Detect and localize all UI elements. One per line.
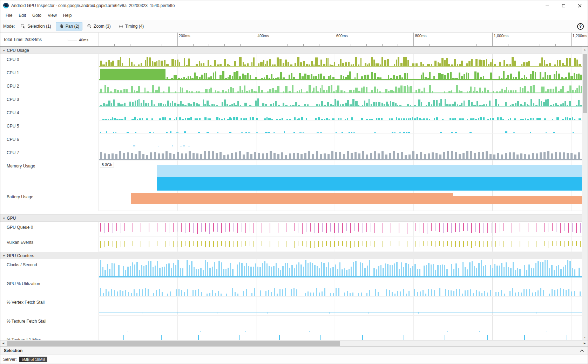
ruler-minor-tick bbox=[398, 44, 398, 46]
track-row: CPU 5 bbox=[0, 121, 588, 134]
timing-mode-button[interactable]: Timing (4) bbox=[115, 22, 147, 30]
track-chart[interactable] bbox=[99, 121, 588, 134]
track-label: Battery Usage bbox=[0, 191, 99, 211]
ruler-major-tick bbox=[335, 33, 335, 46]
track-row: CPU 4 bbox=[0, 107, 588, 121]
ruler-minor-tick bbox=[272, 44, 272, 46]
close-button[interactable] bbox=[572, 0, 588, 11]
track-label: % Vertex Fetch Stall bbox=[0, 297, 99, 316]
track-chart[interactable] bbox=[99, 297, 588, 316]
menu-edit[interactable]: Edit bbox=[15, 13, 29, 18]
menu-goto[interactable]: Goto bbox=[29, 13, 45, 18]
ruler-minor-tick bbox=[351, 44, 351, 46]
track-chart-canvas bbox=[99, 191, 588, 211]
track-row: GPU % Utilization bbox=[0, 278, 588, 297]
track-label: GPU Queue 0 bbox=[0, 222, 99, 237]
ruler-major-tick bbox=[256, 33, 256, 46]
menu-help[interactable]: Help bbox=[60, 13, 75, 18]
selection-panel-header[interactable]: Selection bbox=[0, 346, 588, 355]
track-chart[interactable] bbox=[99, 54, 588, 67]
track-row: % Vertex Fetch Stall bbox=[0, 297, 588, 316]
track-chart[interactable] bbox=[99, 237, 588, 252]
ruler-minor-tick bbox=[508, 44, 508, 46]
track-chart[interactable] bbox=[99, 134, 588, 147]
scroll-right-icon[interactable]: ▶ bbox=[582, 341, 588, 346]
pan-mode-label: Pan (2) bbox=[66, 24, 79, 29]
track-chart[interactable] bbox=[99, 67, 588, 81]
track-chart[interactable] bbox=[99, 191, 588, 211]
section-header-cpu-usage[interactable]: ▾CPU Usage bbox=[0, 47, 588, 54]
vertical-scrollbar[interactable]: ▲ ▼ bbox=[582, 47, 588, 340]
timeline-ruler: Total Time: 2s084ms 40ms 200ms400ms600ms… bbox=[0, 33, 588, 47]
zoom-mode-button[interactable]: Zoom (3) bbox=[84, 22, 114, 30]
help-button[interactable]: ? bbox=[577, 23, 584, 30]
track-chart[interactable] bbox=[99, 222, 588, 237]
track-row: CPU 0 bbox=[0, 54, 588, 67]
track-chart[interactable] bbox=[99, 334, 588, 340]
section-header-gpu-counters[interactable]: ▾GPU Counters bbox=[0, 252, 588, 259]
ruler-tick-label: 1,200ms bbox=[573, 34, 587, 38]
ruler-minor-tick bbox=[461, 44, 461, 46]
chevron-up-icon[interactable] bbox=[580, 349, 584, 352]
ruler-track[interactable]: 200ms400ms600ms800ms1,000ms1,200ms bbox=[99, 33, 588, 46]
selection-icon bbox=[21, 24, 26, 29]
track-chart[interactable] bbox=[99, 259, 588, 278]
menubar: File Edit Goto View Help bbox=[0, 11, 588, 20]
ruler-minor-tick bbox=[303, 44, 304, 46]
horizontal-scrollbar-thumb[interactable] bbox=[7, 341, 340, 346]
timing-mode-label: Timing (4) bbox=[125, 24, 144, 29]
timing-icon bbox=[119, 24, 123, 29]
menu-view[interactable]: View bbox=[45, 13, 60, 18]
server-memory-badge: 5MB of 18MB bbox=[19, 357, 48, 362]
track-chart[interactable] bbox=[99, 316, 588, 334]
scroll-down-icon[interactable]: ▼ bbox=[582, 334, 588, 340]
selection-mode-button[interactable]: Selection (1) bbox=[18, 22, 54, 30]
ruler-minor-tick bbox=[540, 44, 540, 46]
track-label: CPU 1 bbox=[0, 67, 99, 81]
pan-icon bbox=[59, 24, 64, 29]
track-chart-canvas bbox=[99, 297, 588, 315]
vertical-scrollbar-thumb[interactable] bbox=[583, 54, 587, 113]
menu-file[interactable]: File bbox=[2, 13, 15, 18]
horizontal-scrollbar[interactable]: ◀ ▶ bbox=[0, 340, 588, 346]
memory-value-label: 5.3Gb bbox=[100, 162, 114, 167]
track-row: CPU 6 bbox=[0, 134, 588, 147]
ruler-minor-tick bbox=[146, 44, 146, 46]
track-chart-canvas bbox=[99, 134, 588, 147]
scroll-up-icon[interactable]: ▲ bbox=[582, 47, 588, 53]
ruler-tick-label: 600ms bbox=[336, 34, 348, 38]
window-controls bbox=[539, 0, 588, 11]
spacer-row bbox=[0, 211, 588, 214]
ruler-minor-tick bbox=[382, 44, 383, 46]
track-chart-canvas bbox=[99, 278, 588, 296]
track-label: CPU 0 bbox=[0, 54, 99, 67]
tracks-viewport[interactable]: ▾CPU UsageCPU 0CPU 1CPU 2CPU 3CPU 4CPU 5… bbox=[0, 47, 588, 340]
ruler-minor-tick bbox=[555, 44, 556, 46]
track-chart-canvas bbox=[99, 81, 588, 94]
track-chart[interactable] bbox=[99, 147, 588, 160]
track-label: % Texture Fetch Stall bbox=[0, 316, 99, 334]
scroll-left-icon[interactable]: ◀ bbox=[0, 341, 6, 346]
track-row: Memory Usage5.3Gb bbox=[0, 160, 588, 191]
statusbar: Server: 5MB of 18MB bbox=[0, 355, 588, 364]
section-label: GPU Counters bbox=[7, 253, 34, 258]
ruler-minor-tick bbox=[587, 44, 587, 46]
ruler-minor-tick bbox=[209, 44, 209, 46]
track-chart[interactable] bbox=[99, 94, 588, 107]
selection-mode-label: Selection (1) bbox=[27, 24, 51, 29]
track-row: % Texture L1 Miss bbox=[0, 334, 588, 340]
minimize-button[interactable] bbox=[539, 0, 555, 11]
track-chart[interactable] bbox=[99, 81, 588, 94]
pan-mode-button[interactable]: Pan (2) bbox=[56, 22, 82, 30]
track-row: GPU Queue 0 bbox=[0, 222, 588, 237]
track-chart[interactable] bbox=[99, 278, 588, 297]
zoom-icon bbox=[87, 24, 92, 29]
track-chart[interactable]: 5.3Gb bbox=[99, 160, 588, 191]
app-logo-icon bbox=[3, 3, 9, 8]
maximize-button[interactable] bbox=[555, 0, 572, 11]
track-chart-canvas bbox=[99, 94, 588, 107]
section-header-gpu[interactable]: ▾GPU bbox=[0, 214, 588, 222]
track-chart-canvas bbox=[99, 316, 588, 334]
ruler-tick-label: 400ms bbox=[257, 34, 269, 38]
track-chart[interactable] bbox=[99, 107, 588, 121]
